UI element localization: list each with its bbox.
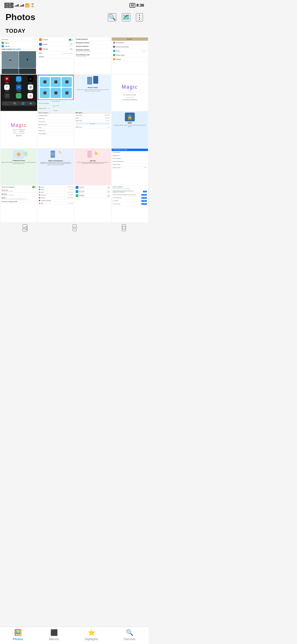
thumb-devices[interactable]: Devices Personal info› Account and secur… (112, 37, 148, 74)
app-bar: Photos 🔍 🗺️ ⋮ (0, 10, 148, 26)
thumb-privatespace[interactable]: ✏️ What is PrivateSpace? PrivateSpace is… (38, 149, 74, 185)
search-button[interactable]: 🔍 (108, 13, 116, 21)
signal1 (15, 4, 19, 7)
thumb-allphotos[interactable]: All photos 25 Videos35 Camera43 MORE ALB… (1, 37, 37, 74)
thumb-phone-clone[interactable]: ↗ Phone Clone Transfer your contacts, ca… (75, 75, 111, 111)
thumb-account[interactable]: Change password Emergency contacts Accou… (75, 37, 111, 74)
thumb-good-condition[interactable]: Good condition There are 6 more items yo… (112, 185, 148, 222)
battery-icon: 32 (130, 3, 135, 8)
thumb-twitter-home[interactable]: 🐺 TWAU 🐦 Twitter Ü Uber 📧 Email (1, 75, 37, 111)
data-icon: ⏳ (31, 3, 35, 7)
thumb-storage[interactable]: Images435.89 MB Videos1.02 GB Audio305.8… (38, 185, 74, 222)
more-button[interactable]: ⋮ (136, 13, 143, 21)
status-time: 8:36 (136, 3, 144, 7)
today-label: TODAY (0, 26, 148, 37)
app-bar-icons: 🔍 🗺️ ⋮ (108, 13, 143, 21)
recents-button[interactable]: □ (122, 224, 126, 231)
system-nav-bar: ◁ ○ □ (0, 222, 148, 234)
thumb-screen-time[interactable]: Screen time management Screen timeSet yo… (1, 185, 37, 222)
thumb-security-list[interactable]: OPTIMISE BATTERY USAGE Security update› … (112, 149, 148, 185)
status-left: VoLTE 1 VoLTE 2 📶 ⏳ (4, 3, 35, 8)
volte2-badge: VoLTE 2 (4, 6, 13, 8)
photo-grid: All photos 25 Videos35 Camera43 MORE ALB… (0, 37, 148, 222)
wifi-icon: 📶 (25, 3, 29, 7)
map-button[interactable]: 🗺️ (122, 13, 130, 21)
thumb-safe[interactable]: 🔒 Safe Encrypt your photos, videos, musi… (112, 111, 148, 148)
back-button[interactable]: ◁ (23, 224, 28, 231)
thumb-settings-toggle[interactable]: Contacts Browser Calendar More 3 items n… (38, 37, 74, 74)
thumb-twin-apps[interactable]: FacebookNo twin app MessengerNo twin app… (75, 185, 111, 222)
thumb-fingerprint[interactable]: 👆 → Fingerprint access After your Privat… (1, 149, 37, 185)
thumb-magic-gradient[interactable]: Magic Device name HONOR 20 Model YAL-AL0… (1, 111, 37, 148)
thumb-magic-logo[interactable]: Magic 2.1.0 Your software is up to date.… (112, 75, 148, 111)
volte1-badge: VoLTE 1 (4, 3, 13, 5)
app-title: Photos (6, 12, 35, 22)
thumb-device-info[interactable]: About phone Device nameHONOR 20 ModelYAL… (75, 111, 111, 148)
thumb-applock[interactable]: 👆 App lock Protect your privacy by locki… (75, 149, 111, 185)
status-bar: VoLTE 1 VoLTE 2 📶 ⏳ 32 8:36 (0, 0, 148, 10)
home-button[interactable]: ○ (73, 224, 77, 231)
thumb-system-nav[interactable]: System navigation Language & input› Date… (38, 111, 74, 148)
status-right: 32 8:36 (130, 3, 144, 8)
thumb-easy-launcher[interactable]: ⬛ ⬛ ⬛ ⬛ ⬛ ⬛ Try out gestures Three-key n… (38, 75, 74, 111)
signal2 (20, 4, 24, 7)
